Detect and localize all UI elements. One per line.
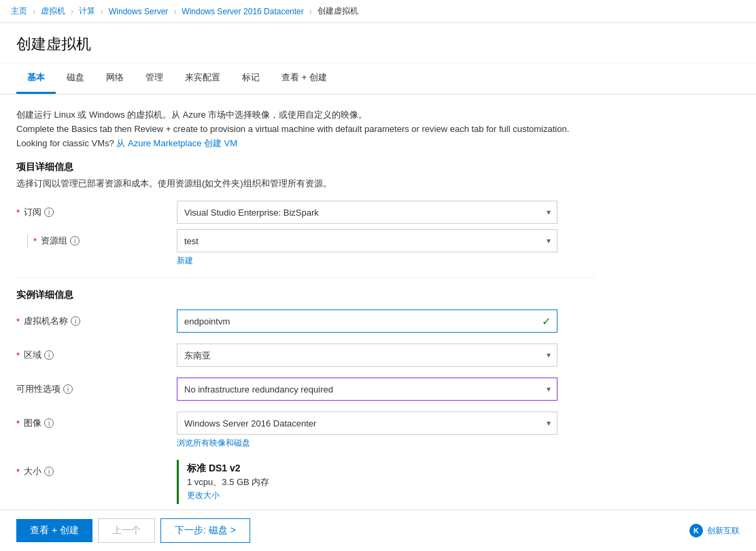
region-label: * 区域 i	[16, 344, 166, 361]
availability-info-icon[interactable]: i	[63, 384, 73, 394]
availability-label: 可用性选项 i	[16, 378, 166, 395]
page-title: 创建虚拟机	[16, 34, 740, 54]
vm-name-info-icon[interactable]: i	[71, 316, 80, 326]
tab-guest[interactable]: 来宾配置	[174, 63, 231, 94]
tab-tags[interactable]: 标记	[231, 63, 271, 94]
tab-review[interactable]: 查看 + 创建	[271, 63, 338, 94]
check-icon: ✓	[542, 315, 551, 328]
page-header: 创建虚拟机	[0, 23, 756, 63]
tab-bar: 基本 磁盘 网络 管理 来宾配置 标记 查看 + 创建	[0, 63, 756, 95]
availability-control: No infrastructure redundancy required ▾	[177, 378, 557, 401]
review-create-button[interactable]: 查看 + 创建	[16, 519, 92, 533]
resource-group-row: * 资源组 i test ▾ 新建	[16, 229, 596, 267]
region-info-icon[interactable]: i	[44, 350, 54, 360]
size-name: 标准 DS1 v2	[187, 463, 549, 475]
resource-group-info-icon[interactable]: i	[70, 236, 80, 246]
breadcrumb-home[interactable]: 主页	[11, 5, 27, 17]
size-display: 标准 DS1 v2 1 vcpu、3.5 GB 内存 更改大小	[177, 460, 557, 504]
next-button[interactable]: 下一步: 磁盘 >	[160, 518, 250, 533]
subscription-control: Visual Studio Enterprise: BizSpark ▾	[177, 201, 557, 224]
section-divider	[16, 278, 596, 278]
size-detail: 1 vcpu、3.5 GB 内存	[187, 476, 549, 488]
breadcrumb-vm[interactable]: 虚拟机	[41, 5, 65, 17]
change-size-link[interactable]: 更改大小	[187, 490, 220, 501]
footer-logo-icon: K	[689, 524, 703, 533]
region-select[interactable]: 东南亚	[177, 344, 557, 367]
subscription-row: * 订阅 i Visual Studio Enterprise: BizSpar…	[16, 201, 596, 224]
project-section-desc: 选择订阅以管理已部署资源和成本。使用资源组(如文件夹)组织和管理所有资源。	[16, 178, 596, 190]
marketplace-link[interactable]: 从 Azure Marketplace 创建 VM	[116, 138, 237, 148]
bottom-bar: 查看 + 创建 上一个 下一步: 磁盘 > K 创新互联	[0, 510, 756, 533]
region-control: 东南亚 ▾	[177, 344, 557, 367]
subscription-select[interactable]: Visual Studio Enterprise: BizSpark	[177, 201, 557, 224]
availability-row: 可用性选项 i No infrastructure redundancy req…	[16, 378, 596, 401]
subscription-select-wrapper: Visual Studio Enterprise: BizSpark ▾	[177, 201, 557, 224]
breadcrumb-compute[interactable]: 计算	[79, 5, 95, 17]
subscription-label: * 订阅 i	[16, 201, 166, 218]
image-row: * 图像 i Windows Server 2016 Datacenter ▾ …	[16, 412, 596, 449]
resource-group-select-wrapper: test ▾	[177, 229, 557, 252]
image-control: Windows Server 2016 Datacenter ▾ 浏览所有映像和…	[177, 412, 557, 449]
image-select[interactable]: Windows Server 2016 Datacenter	[177, 412, 557, 435]
desc-line3: Looking for classic VMs? 从 Azure Marketp…	[16, 137, 596, 151]
resource-group-label: * 资源组 i	[16, 229, 166, 248]
image-info-icon[interactable]: i	[44, 418, 54, 428]
tab-basics[interactable]: 基本	[16, 63, 56, 94]
vm-name-label: * 虚拟机名称 i	[16, 310, 166, 327]
size-control: 标准 DS1 v2 1 vcpu、3.5 GB 内存 更改大小	[177, 460, 557, 504]
breadcrumb: 主页 › 虚拟机 › 计算 › Windows Server › Windows…	[0, 0, 756, 23]
tab-disks[interactable]: 磁盘	[56, 63, 95, 94]
instance-section-title: 实例详细信息	[16, 289, 596, 301]
availability-select[interactable]: No infrastructure redundancy required	[177, 378, 557, 401]
previous-button[interactable]: 上一个	[98, 518, 155, 533]
image-label: * 图像 i	[16, 412, 166, 429]
resource-group-select[interactable]: test	[177, 229, 557, 252]
vm-name-row: * 虚拟机名称 i ✓	[16, 310, 596, 333]
region-select-wrapper: 东南亚 ▾	[177, 344, 557, 367]
project-section-title: 项目详细信息	[16, 161, 596, 173]
desc-line1: 创建运行 Linux 或 Windows 的虚拟机。从 Azure 市场中选择映…	[16, 108, 596, 122]
size-info-icon[interactable]: i	[44, 467, 54, 476]
availability-select-wrapper: No infrastructure redundancy required ▾	[177, 378, 557, 401]
new-resource-group-link[interactable]: 新建	[177, 255, 193, 267]
breadcrumb-current: 创建虚拟机	[317, 5, 358, 17]
desc-line2: Complete the Basics tab then Review + cr…	[16, 122, 596, 137]
size-label: * 大小 i	[16, 460, 166, 478]
region-row: * 区域 i 东南亚 ▾	[16, 344, 596, 367]
footer-logo-text: 创新互联	[707, 525, 740, 534]
size-row: * 大小 i 标准 DS1 v2 1 vcpu、3.5 GB 内存 更改大小	[16, 460, 596, 504]
form-area: 创建运行 Linux 或 Windows 的虚拟机。从 Azure 市场中选择映…	[0, 95, 612, 529]
description-block: 创建运行 Linux 或 Windows 的虚拟机。从 Azure 市场中选择映…	[16, 108, 596, 150]
tab-management[interactable]: 管理	[135, 63, 174, 94]
breadcrumb-datacenter[interactable]: Windows Server 2016 Datacenter	[182, 7, 303, 16]
resource-group-control: test ▾ 新建	[177, 229, 557, 267]
image-select-wrapper: Windows Server 2016 Datacenter ▾	[177, 412, 557, 435]
vm-name-control: ✓	[177, 310, 557, 333]
vm-name-input[interactable]	[177, 310, 557, 333]
tab-network[interactable]: 网络	[95, 63, 135, 94]
footer-logo: K 创新互联	[689, 524, 740, 533]
browse-images-link[interactable]: 浏览所有映像和磁盘	[177, 437, 250, 449]
subscription-info-icon[interactable]: i	[44, 207, 54, 217]
breadcrumb-windows-server[interactable]: Windows Server	[109, 7, 168, 16]
